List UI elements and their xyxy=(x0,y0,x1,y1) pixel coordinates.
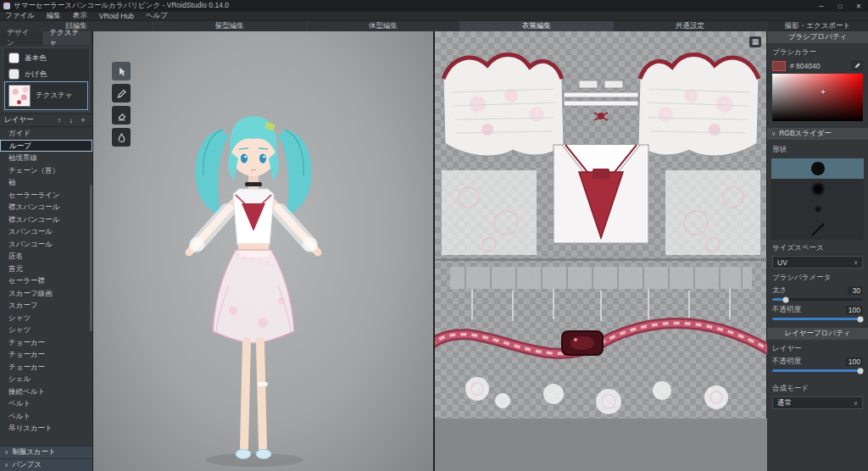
airbrush-dot-icon xyxy=(813,204,823,214)
layer-list: ガイドループ袖境界線チェーン（首）袖セーラーライン襟スパンコール襟スパンコールス… xyxy=(0,127,92,446)
menubar: ファイル編集表示VRoid Hubヘルプ xyxy=(0,12,868,21)
texture-slots: 基本色 かげ色 テクスチャ xyxy=(3,47,90,112)
viewport-3d[interactable] xyxy=(93,31,435,471)
layer-item[interactable]: スカーフ xyxy=(0,299,92,312)
menu-item[interactable]: ヘルプ xyxy=(146,11,168,21)
eraser-icon xyxy=(116,110,127,121)
layer-move-up-button[interactable]: ↑ xyxy=(54,116,64,125)
layer-item[interactable]: スパンコール xyxy=(0,225,92,238)
layer-item[interactable]: 接続ベルト xyxy=(0,385,92,398)
brush-color-hex[interactable]: # 804040 xyxy=(790,62,847,70)
pen-icon xyxy=(116,88,127,99)
texture-panel-footer xyxy=(435,418,767,471)
shape-label: 形状 xyxy=(767,143,868,157)
pen-tool-button[interactable] xyxy=(112,84,131,103)
brush-color-swatch[interactable] xyxy=(772,61,786,71)
brush-shape-airbrush-dot[interactable] xyxy=(771,199,864,219)
tab-texture[interactable]: テクスチャ xyxy=(42,31,92,45)
eraser-tool-button[interactable] xyxy=(112,106,131,125)
brush-properties-header: ブラシプロパティ xyxy=(767,31,868,43)
main-tab[interactable]: 髪型編集 xyxy=(153,21,307,31)
brush-params-label: ブラシパラメータ xyxy=(767,271,868,285)
texture-separator xyxy=(435,258,767,261)
layer-item[interactable]: チョーカー xyxy=(0,361,92,374)
layer-list-scrollbar[interactable] xyxy=(90,185,92,331)
menu-item[interactable]: 表示 xyxy=(73,11,87,21)
droplet-tool-button[interactable] xyxy=(112,128,131,147)
layer-item[interactable]: 襟スパンコール xyxy=(0,213,92,226)
layer-item[interactable]: ベルト xyxy=(0,397,92,410)
tab-design[interactable]: デザイン xyxy=(0,31,42,45)
texture-edit-canvas[interactable]: ▦ xyxy=(435,31,767,471)
layer-opacity-value[interactable]: 100 xyxy=(846,357,863,366)
brush-color-label: ブラシカラー xyxy=(767,46,868,59)
brush-shape-list xyxy=(771,158,864,240)
select-tool-button[interactable] xyxy=(112,62,131,80)
menu-item[interactable]: 編集 xyxy=(47,11,61,21)
cursor-icon xyxy=(116,66,127,77)
droplet-icon xyxy=(116,132,127,143)
swatch-basic-color[interactable]: 基本色 xyxy=(5,50,87,66)
brush-shape-diagonal-line[interactable] xyxy=(771,219,864,240)
brush-shape-soft-circle[interactable] xyxy=(771,179,864,199)
layer-item[interactable]: スカーフ線画 xyxy=(0,287,92,300)
layer-item[interactable]: シェル xyxy=(0,373,92,385)
layer-item[interactable]: スパンコール xyxy=(0,238,92,251)
maximize-button[interactable]: □ xyxy=(831,0,849,12)
layer-item[interactable]: 店名 xyxy=(0,250,92,263)
eyedropper-button[interactable] xyxy=(851,60,863,71)
rgb-slider-section[interactable]: RGBスライダー xyxy=(767,128,868,140)
main-tab[interactable]: 共通設定 xyxy=(614,21,767,31)
layer-item[interactable]: チョーカー xyxy=(0,336,92,349)
eyedropper-icon xyxy=(853,62,861,70)
item-section-header[interactable]: パンプス xyxy=(0,458,92,471)
layer-item[interactable]: チョーカー xyxy=(0,348,92,361)
main-tab[interactable]: 衣装編集 xyxy=(460,21,614,31)
layer-item[interactable]: 吊りスカート xyxy=(0,422,92,435)
swatch-shade-color[interactable]: かげ色 xyxy=(5,66,87,82)
layer-item[interactable]: ガイド xyxy=(0,127,92,140)
blend-mode-label: 合成モード xyxy=(767,382,868,396)
tab-export[interactable]: 撮影・エクスポート xyxy=(767,21,868,31)
minimize-button[interactable]: ─ xyxy=(812,0,831,12)
layer-item[interactable]: チェーン（首） xyxy=(0,164,92,177)
blend-mode-dropdown[interactable]: 通常 ∨ xyxy=(772,396,863,409)
layer-item[interactable]: シャツ xyxy=(0,312,92,324)
item-section-header[interactable]: 制服スカート xyxy=(0,446,92,458)
layer-add-button[interactable]: + xyxy=(78,116,88,125)
layer-item[interactable]: シャツ xyxy=(0,324,92,336)
uv-texture-top xyxy=(435,45,767,258)
layer-move-down-button[interactable]: ↓ xyxy=(66,116,76,125)
brush-opacity-slider[interactable] xyxy=(772,318,863,320)
thickness-value[interactable]: 30 xyxy=(848,286,863,295)
chevron-down-icon: ∨ xyxy=(854,400,858,407)
layer-item[interactable]: 襟スパンコール xyxy=(0,201,92,213)
layer-opacity-slider[interactable] xyxy=(772,369,863,372)
layer-item[interactable]: 首元 xyxy=(0,263,92,275)
close-button[interactable]: ✕ xyxy=(849,0,868,12)
size-space-dropdown[interactable]: UV ∨ xyxy=(772,256,863,269)
color-picker-gradient[interactable]: + xyxy=(772,74,863,121)
layer-opacity-label: 不透明度 xyxy=(772,357,801,367)
other-item-sections: 制服スカートパンプス xyxy=(0,446,92,471)
texture-thumbnail xyxy=(8,85,31,107)
layer-item[interactable]: セーラー襟 xyxy=(0,274,92,287)
thickness-slider[interactable] xyxy=(772,298,863,301)
menu-item[interactable]: ファイル xyxy=(5,11,35,21)
texture-layers-panel: デザイン テクスチャ 基本色 かげ色 テクスチャ レイヤー xyxy=(0,31,93,471)
diagonal-line-icon xyxy=(811,223,825,236)
layer-item[interactable]: セーラーライン xyxy=(0,189,92,202)
swatch-texture[interactable]: テクスチャ xyxy=(5,82,87,109)
uv-grid-icon[interactable]: ▦ xyxy=(749,36,761,47)
layer-item[interactable]: 袖境界線 xyxy=(0,152,92,164)
shade-color-chip xyxy=(8,69,19,80)
main-tab[interactable]: 体型編集 xyxy=(307,21,460,31)
color-picker-cursor[interactable]: + xyxy=(821,87,826,97)
brush-shape-solid-circle[interactable] xyxy=(771,158,864,179)
brush-opacity-value[interactable]: 100 xyxy=(846,306,863,314)
layer-item[interactable]: ループ xyxy=(0,140,92,152)
layer-item[interactable]: 袖 xyxy=(0,176,92,189)
menu-item[interactable]: VRoid Hub xyxy=(99,12,134,20)
layer-item[interactable]: ベルト xyxy=(0,410,92,423)
layer-label: レイヤー xyxy=(767,342,868,356)
